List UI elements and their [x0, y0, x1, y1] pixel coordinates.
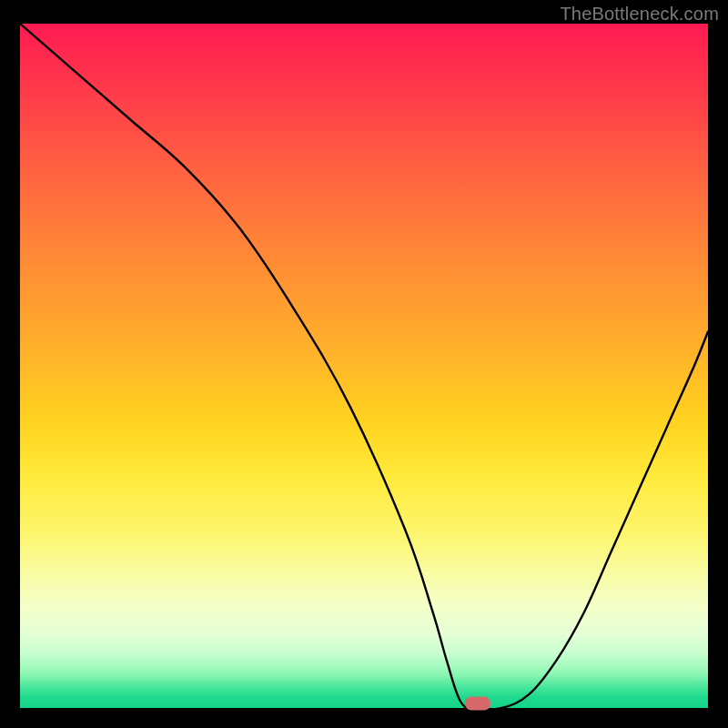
bottleneck-curve-path [20, 24, 708, 708]
curve-svg [20, 24, 708, 708]
optimal-point-marker [465, 697, 490, 711]
watermark-text: TheBottleneck.com [560, 4, 719, 25]
plot-area [20, 24, 708, 708]
chart-frame: TheBottleneck.com [0, 0, 728, 728]
